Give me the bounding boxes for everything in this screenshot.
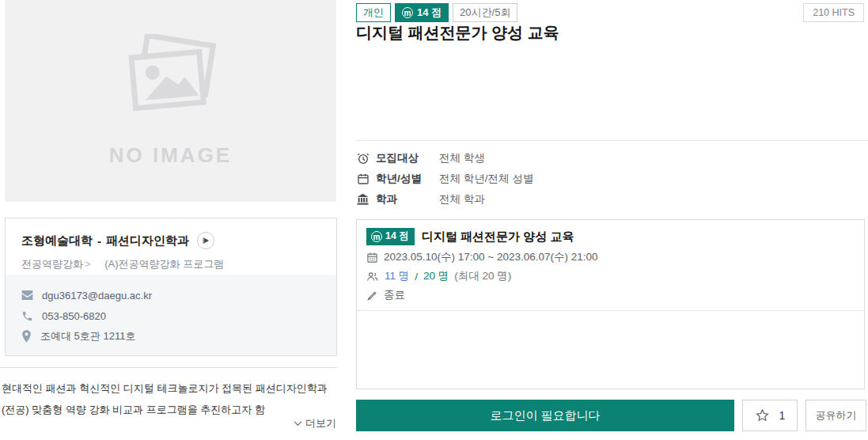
people-icon <box>366 271 379 283</box>
program-breadcrumb: 전공역량강화> (A)전공역량강화 프로그램 <box>21 257 320 271</box>
course-status-row: 종료 <box>366 288 855 302</box>
program-type-label: (A)전공역량강화 프로그램 <box>104 258 224 270</box>
department-title: 조형예술대학 - 패션디자인학과 <box>21 232 320 249</box>
no-image-placeholder: NO IMAGE <box>5 0 336 202</box>
program-description: 현대적인 패션과 혁신적인 디지털 테크놀로지가 접목된 패션디자인학과(전공)… <box>2 377 335 420</box>
no-image-label: NO IMAGE <box>109 143 232 168</box>
contact-email-row: dgu36173@daegu.ac.kr <box>21 285 320 305</box>
info-label: 학년/성별 <box>376 172 439 186</box>
header-badges: 개인 m 14 점 20시간/5회 <box>356 3 517 22</box>
play-icon <box>202 237 210 245</box>
email-value: dgu36173@daegu.ac.kr <box>42 290 152 302</box>
chevron-down-icon <box>294 421 302 427</box>
play-button[interactable] <box>197 232 214 249</box>
info-row-department: 학과 전체 학과 <box>356 189 868 210</box>
hits-badge: 210 HITS <box>803 3 864 22</box>
login-required-button[interactable]: 로그인이 필요합니다 <box>356 400 734 431</box>
map-pin-icon <box>21 330 32 343</box>
course-date-row: 2023.05.10(수) 17:00 ~ 2023.06.07(수) 21:0… <box>366 250 855 264</box>
bank-icon <box>356 193 370 206</box>
course-date-value: 2023.05.10(수) 17:00 ~ 2023.06.07(수) 21:0… <box>384 250 598 264</box>
favorite-button[interactable]: 1 <box>742 400 798 431</box>
college-dept-separator: - <box>97 234 101 248</box>
contact-phone-row: 053-850-6820 <box>21 305 320 326</box>
course-status-label: 종료 <box>384 288 405 302</box>
course-session-card: m 14 점 디지털 패션전문가 양성 교육 2023.05.10(수) 17:… <box>356 219 865 389</box>
contact-section: dgu36173@daegu.ac.kr 053-850-6820 조예대 5호… <box>6 275 336 355</box>
contact-location-row: 조예대 5호관 1211호 <box>21 326 320 347</box>
program-info-list: 모집대상 전체 학생 학년/성별 전체 학년/전체 성별 학과 전체 학과 <box>356 148 868 210</box>
breadcrumb-arrow: > <box>85 258 91 270</box>
alarm-clock-icon <box>356 152 370 165</box>
department-name: 패션디자인학과 <box>106 233 189 248</box>
info-row-grade-gender: 학년/성별 전체 학년/전체 성별 <box>356 169 868 189</box>
course-points-label: 14 점 <box>385 229 409 243</box>
info-value: 전체 학생 <box>439 151 485 165</box>
share-button[interactable]: 공유하기 <box>805 400 866 431</box>
points-label: 14 점 <box>417 6 442 19</box>
phone-value: 053-850-6820 <box>42 310 106 322</box>
badge-personal: 개인 <box>356 3 391 22</box>
calendar-icon <box>366 252 378 264</box>
calendar-icon <box>356 173 370 185</box>
info-row-target: 모집대상 전체 학생 <box>356 148 868 169</box>
info-value: 전체 학과 <box>439 192 485 207</box>
location-value: 조예대 5호관 1211호 <box>40 329 135 343</box>
m-circle-icon: m <box>371 231 382 242</box>
show-more-link[interactable]: 더보기 <box>5 416 336 431</box>
course-detail-page: NO IMAGE 조형예술대학 - 패션디자인학과 전공역량강화> (A)전공역… <box>0 0 868 440</box>
badge-points: m 14 점 <box>395 3 449 22</box>
enrolled-count: 11 명 <box>385 269 409 283</box>
course-title: 디지털 패션전문가 양성 교육 <box>422 229 574 245</box>
course-points-badge: m 14 점 <box>366 228 415 245</box>
header-divider <box>356 140 868 141</box>
picture-icon <box>123 34 219 123</box>
pen-icon <box>366 290 378 302</box>
m-circle-icon: m <box>402 7 413 18</box>
max-capacity: (최대 20 명) <box>454 269 511 283</box>
phone-icon <box>21 310 33 322</box>
star-icon <box>755 408 770 423</box>
capacity-separator: / <box>415 271 418 283</box>
course-session-header: m 14 점 디지털 패션전문가 양성 교육 2023.05.10(수) 17:… <box>357 220 864 311</box>
envelope-icon <box>21 290 33 300</box>
info-label: 학과 <box>376 192 439 207</box>
capacity-count: 20 명 <box>423 269 449 283</box>
page-title: 디지털 패션전문가 양성 교육 <box>356 22 559 44</box>
course-capacity-row: 11 명 / 20 명 (최대 20 명) <box>366 269 855 283</box>
badge-hours: 20시간/5회 <box>453 3 517 22</box>
department-card: 조형예술대학 - 패션디자인학과 전공역량강화> (A)전공역량강화 프로그램 … <box>5 218 337 356</box>
category-label: 전공역량강화 <box>21 258 83 270</box>
info-value: 전체 학년/전체 성별 <box>439 172 533 186</box>
course-card-body <box>357 311 864 404</box>
info-label: 모집대상 <box>376 151 439 165</box>
college-name: 조형예술대학 <box>21 233 93 248</box>
left-section-divider <box>0 367 337 368</box>
show-more-label: 더보기 <box>305 416 336 431</box>
favorite-count: 1 <box>779 409 786 422</box>
